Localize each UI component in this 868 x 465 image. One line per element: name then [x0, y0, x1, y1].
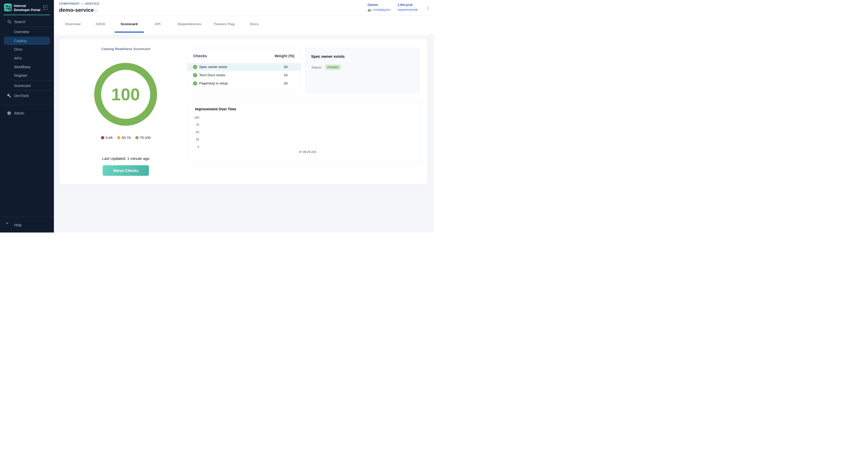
breadcrumb: COMPONENT — SERVICE [59, 2, 100, 5]
legend-dot-green [135, 136, 138, 140]
gear-icon [7, 111, 11, 116]
score-value: 100 [112, 85, 140, 104]
tab-api[interactable]: API [155, 22, 161, 26]
legend-dot-red [101, 136, 104, 140]
scorecard-panel: Catalog Readiness Scorecard 100 0-49 50-… [59, 38, 428, 185]
sidebar-item-overview[interactable]: Overview [14, 30, 29, 34]
sidebar-item-workflows[interactable]: Workflows [14, 65, 31, 69]
sidebar-accent-divider [4, 14, 50, 15]
sidebar-item-catalog[interactable]: Catalog [4, 37, 50, 45]
app-root: Internal Developer Portal Search Overvie… [0, 0, 434, 232]
tab-bar: Overview CI/CD Scorecard API Dependencie… [54, 16, 434, 35]
owner-value[interactable]: ccmplayacc [373, 8, 391, 11]
sidebar-divider [4, 105, 50, 105]
chart-title: Improvement Over Time [195, 107, 236, 111]
tab-scorecard[interactable]: Scorecard [121, 22, 137, 26]
owner-label: Owner [368, 3, 391, 7]
sidebar-item-docs[interactable]: Docs [14, 47, 22, 51]
sidebar-item-search[interactable]: Search [14, 20, 25, 24]
scorecard-title: Catalog Readiness Scorecard [101, 47, 150, 51]
checks-card: Checks Weight (%) ✓ Spec owner exists 33… [187, 48, 301, 93]
favorite-star-icon[interactable]: ☆ [94, 8, 98, 13]
sidebar-item-admin[interactable]: Admin [14, 111, 24, 115]
kebab-menu-icon[interactable] [426, 5, 430, 11]
wrench-icon [7, 94, 11, 98]
score-legend: 0-49 50-74 75-100 [101, 136, 151, 140]
tab-dependencies[interactable]: Dependencies [178, 22, 201, 26]
checks-column-header: Checks [193, 54, 207, 58]
weight-column-header: Weight (%) [275, 54, 294, 58]
table-row-tech-docs[interactable]: ✓ Tech Docs exists 33 [187, 71, 301, 79]
portal-title: Internal Developer Portal [14, 4, 42, 12]
y-axis-tick: 75 [187, 123, 199, 126]
status-badge: PASSED [325, 64, 341, 70]
check-passed-icon: ✓ [193, 73, 197, 77]
y-axis-tick: 25 [187, 138, 199, 141]
legend-dot-yellow [117, 136, 120, 140]
table-row-pagerduty[interactable]: ✓ Pagerduty is setup 33 [187, 80, 301, 87]
improvement-chart-card: Improvement Over Time 100 75 50 25 0 07:… [187, 100, 420, 163]
people-icon [368, 8, 371, 11]
owner-value-row[interactable]: ccmplayacc [368, 8, 391, 11]
sidebar-item-scorecard[interactable]: Scorecard [14, 84, 31, 88]
search-icon [7, 20, 11, 24]
score-ring: 100 [94, 63, 157, 126]
owner-block: Owner ccmplayacc [368, 3, 391, 11]
active-tab-underline [115, 32, 144, 33]
check-detail-title: Spec owner exists [311, 54, 345, 59]
page-title: demo-service [59, 7, 94, 13]
apps-grid-icon[interactable] [43, 5, 48, 10]
check-passed-icon: ✓ [193, 65, 197, 69]
rerun-checks-button[interactable]: Rerun Checks [103, 165, 149, 176]
tab-feature-flag[interactable]: Feature Flag [214, 22, 235, 26]
table-row-spec-owner[interactable]: ✓ Spec owner exists 33 [187, 63, 301, 71]
legend-item-low: 0-49 [101, 136, 113, 140]
sidebar-item-register[interactable]: Register [14, 73, 27, 78]
sidebar-divider [14, 81, 51, 81]
last-updated-text: Last Updated: 1 minute ago [102, 156, 149, 161]
lifecycle-label: Lifecycle [398, 3, 417, 7]
portal-logo-icon [4, 4, 12, 11]
y-axis-tick: 50 [187, 131, 199, 134]
legend-item-high: 75-100 [135, 136, 151, 140]
tab-overview[interactable]: Overview [65, 22, 81, 26]
help-icon: ? [7, 223, 11, 227]
lifecycle-value: experimental [398, 8, 417, 11]
sidebar-item-devtools[interactable]: DevTools [14, 94, 29, 98]
check-detail-panel: Spec owner exists Status: PASSED [305, 48, 420, 93]
check-passed-icon: ✓ [193, 81, 197, 86]
entity-header: COMPONENT — SERVICE demo-service ☆ Owner… [54, 0, 434, 16]
sidebar: Internal Developer Portal Search Overvie… [0, 0, 54, 232]
y-axis-tick: 100 [187, 116, 199, 119]
status-label: Status: [311, 65, 322, 69]
sidebar-item-apis[interactable]: APIs [14, 56, 22, 60]
sidebar-divider [14, 27, 51, 27]
lifecycle-block: Lifecycle experimental [398, 3, 417, 11]
legend-item-mid: 50-74 [117, 136, 131, 140]
tab-docs[interactable]: Docs [250, 22, 258, 26]
sidebar-divider [14, 90, 51, 91]
x-axis-tick: 07:49:29.224 [299, 150, 316, 153]
content-area: Catalog Readiness Scorecard 100 0-49 50-… [54, 35, 434, 232]
tab-cicd[interactable]: CI/CD [96, 22, 105, 26]
y-axis-tick: 0 [187, 145, 199, 148]
sidebar-item-help[interactable]: Help [14, 223, 22, 227]
logo-row: Internal Developer Portal [4, 4, 50, 12]
